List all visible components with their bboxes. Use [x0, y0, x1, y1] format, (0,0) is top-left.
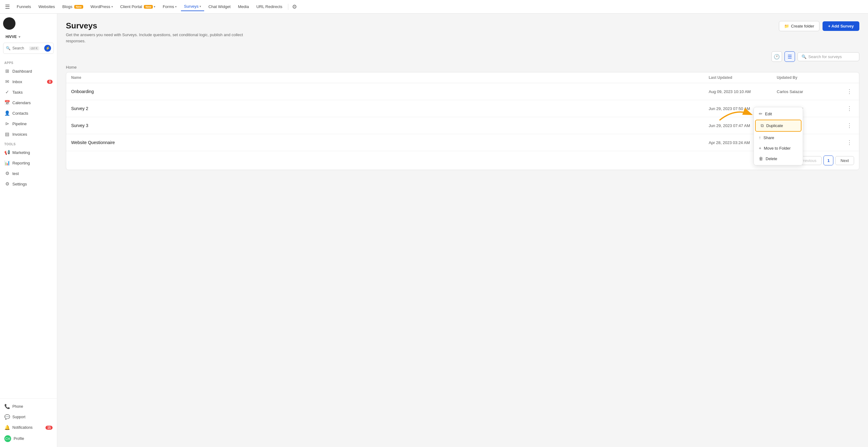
nav-chat-widget[interactable]: Chat Widget	[206, 2, 234, 11]
edit-icon: ✏	[759, 111, 763, 116]
sidebar-item-notifications[interactable]: 🔔 Notifications 15	[0, 422, 57, 433]
search-surveys-icon: 🔍	[802, 55, 806, 59]
next-button[interactable]: Next	[835, 156, 854, 165]
blogs-badge: New	[74, 5, 83, 9]
table-row: Onboarding Aug 09, 2023 10:10 AM Carlos …	[66, 83, 859, 100]
marketing-icon: 📢	[4, 150, 10, 155]
survey-name-onboarding: Onboarding	[71, 89, 709, 94]
table-toolbar: 🕐 ☰ 🔍 Search for surveys	[66, 51, 859, 62]
hamburger-icon[interactable]: ☰	[5, 3, 10, 10]
survey-date-onboarding: Aug 09, 2023 10:10 AM	[709, 89, 777, 94]
page-number: 1	[824, 156, 833, 165]
forms-chevron: ▾	[175, 5, 177, 8]
context-menu-share[interactable]: ↑ Share	[754, 132, 803, 143]
sidebar-item-profile[interactable]: CH Profile	[0, 433, 57, 445]
row-actions-survey2: ⋮	[839, 104, 854, 113]
list-view-button[interactable]: ☰	[784, 51, 795, 62]
survey-table: Name Last Updated Updated By Onboarding …	[66, 72, 859, 170]
quick-action-button[interactable]: ⚡	[44, 45, 51, 52]
phone-icon: 📞	[4, 404, 10, 409]
notifications-badge: 15	[45, 426, 53, 430]
survey-name-survey2: Survey 2	[71, 106, 709, 111]
breadcrumb: Home	[66, 65, 859, 69]
nav-funnels[interactable]: Funnels	[13, 2, 34, 11]
nav-wordpress[interactable]: WordPress ▾	[88, 2, 116, 11]
inbox-badge: 0	[47, 80, 53, 84]
nav-url-redirects[interactable]: URL Redirects	[253, 2, 285, 11]
sidebar-item-test[interactable]: ⚙ test	[0, 168, 57, 179]
nav-surveys[interactable]: Surveys ▾	[181, 2, 204, 11]
row-menu-button-onboarding[interactable]: ⋮	[845, 88, 854, 96]
nav-websites[interactable]: Websites	[35, 2, 58, 11]
sidebar-item-inbox[interactable]: ✉ Inbox 0	[0, 76, 57, 87]
settings-icon: ⚙	[4, 181, 10, 187]
add-survey-button[interactable]: + Add Survey	[823, 21, 859, 31]
sidebar-item-calendars[interactable]: 📅 Calendars	[0, 97, 57, 108]
history-view-button[interactable]: 🕐	[772, 51, 782, 62]
nav-media[interactable]: Media	[235, 2, 252, 11]
profile-icon: CH	[4, 435, 11, 442]
sidebar-tools-label: Tools	[0, 139, 57, 147]
sidebar-item-phone[interactable]: 📞 Phone	[0, 401, 57, 412]
client-portal-badge: New	[144, 5, 153, 9]
sidebar-search[interactable]: 🔍 Search ctrl K ⚡	[3, 43, 54, 54]
support-icon: 💬	[4, 414, 10, 420]
clock-icon: 🕐	[774, 54, 780, 60]
test-icon: ⚙	[4, 171, 10, 176]
move-to-folder-icon: +	[759, 146, 761, 151]
reporting-icon: 📊	[4, 160, 10, 166]
context-menu-delete[interactable]: 🗑 Delete	[754, 153, 803, 164]
inbox-icon: ✉	[4, 79, 10, 85]
sidebar-item-settings[interactable]: ⚙ Settings	[0, 179, 57, 189]
contacts-icon: 👤	[4, 110, 10, 116]
main-layout: HIVVE ▾ 🔍 Search ctrl K ⚡ Apps ⊞ Dashboa…	[0, 13, 868, 447]
sidebar-item-reporting[interactable]: 📊 Reporting	[0, 158, 57, 168]
page-title: Surveys	[66, 21, 251, 31]
sidebar-top: HIVVE ▾ 🔍 Search ctrl K ⚡	[0, 13, 57, 58]
table-header: Name Last Updated Updated By	[66, 72, 859, 83]
nav-client-portal[interactable]: Client Portal New ▾	[117, 2, 158, 11]
main-content: Surveys Get the answers you need with Su…	[57, 13, 868, 447]
sidebar-apps-label: Apps	[0, 58, 57, 66]
sidebar-item-tasks[interactable]: ✓ Tasks	[0, 87, 57, 97]
sidebar: HIVVE ▾ 🔍 Search ctrl K ⚡ Apps ⊞ Dashboa…	[0, 13, 57, 447]
context-menu-duplicate[interactable]: ⧉ Duplicate	[755, 120, 802, 132]
share-icon: ↑	[759, 135, 761, 140]
survey-name-website-questionnaire: Website Questionnaire	[71, 140, 709, 145]
row-actions-website-questionnaire: ⋮	[839, 138, 854, 147]
survey-author-onboarding: Carlos Salazar	[777, 89, 839, 94]
row-actions-onboarding: ⋮	[839, 88, 854, 96]
search-icon: 🔍	[6, 46, 10, 51]
sidebar-item-contacts[interactable]: 👤 Contacts	[0, 108, 57, 118]
top-navigation: ☰ Funnels Websites Blogs New WordPress ▾…	[0, 0, 868, 13]
sidebar-workspace[interactable]: HIVVE ▾	[3, 33, 54, 41]
sidebar-item-invoices[interactable]: ▤ Invoices	[0, 129, 57, 139]
table-row: Survey 3 Jun 29, 2023 07:47 AM Carlos Sa…	[66, 117, 859, 134]
nav-blogs[interactable]: Blogs New	[59, 2, 86, 11]
page-title-block: Surveys Get the answers you need with Su…	[66, 21, 251, 44]
nav-separator	[288, 4, 288, 10]
tasks-icon: ✓	[4, 89, 10, 95]
row-menu-button-survey3[interactable]: ⋮	[845, 122, 854, 130]
sidebar-item-marketing[interactable]: 📢 Marketing	[0, 147, 57, 158]
delete-icon: 🗑	[759, 156, 763, 161]
client-portal-chevron: ▾	[154, 5, 155, 8]
notifications-icon: 🔔	[4, 425, 10, 430]
row-actions-survey3: ⋮	[839, 122, 854, 130]
survey-name-survey3: Survey 3	[71, 123, 709, 128]
sidebar-item-dashboard[interactable]: ⊞ Dashboard	[0, 66, 57, 76]
page-actions: 📁 Create folder + Add Survey	[779, 21, 859, 31]
pipeline-icon: ⊳	[4, 121, 10, 126]
sidebar-item-pipeline[interactable]: ⊳ Pipeline	[0, 118, 57, 129]
row-menu-button-website-questionnaire[interactable]: ⋮	[845, 138, 854, 147]
nav-forms[interactable]: Forms ▾	[160, 2, 180, 11]
context-menu-edit[interactable]: ✏ Edit	[754, 108, 803, 119]
workspace-chevron-icon: ▾	[19, 35, 21, 39]
sidebar-item-support[interactable]: 💬 Support	[0, 412, 57, 422]
context-menu-move-to-folder[interactable]: + Move to Folder	[754, 143, 803, 153]
row-menu-button-survey2[interactable]: ⋮	[845, 104, 854, 113]
survey-search-box[interactable]: 🔍 Search for surveys	[798, 52, 859, 61]
duplicate-icon: ⧉	[761, 123, 764, 128]
create-folder-button[interactable]: 📁 Create folder	[779, 21, 819, 31]
settings-gear-icon[interactable]: ⚙	[292, 3, 297, 10]
